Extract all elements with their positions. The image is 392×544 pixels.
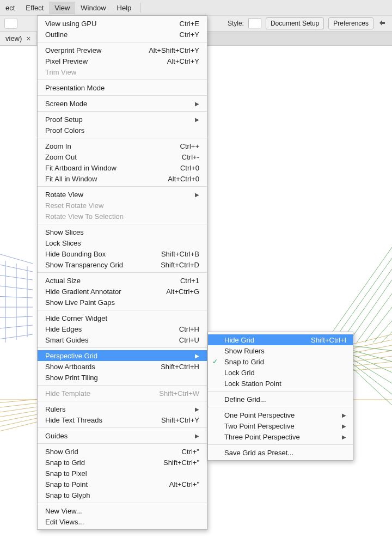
- menu-item-label: Guides: [45, 432, 68, 440]
- submenu-item-hide-grid[interactable]: Hide GridShift+Ctrl+I: [208, 334, 353, 345]
- menu-item-hide-gradient-annotator[interactable]: Hide Gradient AnnotatorAlt+Ctrl+G: [38, 286, 207, 297]
- menu-item-fit-artboard-in-window[interactable]: Fit Artboard in WindowCtrl+0: [38, 162, 207, 173]
- submenu-item-three-point-perspective[interactable]: Three Point Perspective▶: [208, 431, 353, 442]
- menu-item-hide-edges[interactable]: Hide EdgesCtrl+H: [38, 323, 207, 334]
- menu-item-proof-setup[interactable]: Proof Setup▶: [38, 114, 207, 125]
- menu-item-label: Hide Gradient Annotator: [45, 288, 121, 296]
- preferences-button[interactable]: Preferences: [328, 17, 373, 29]
- svg-line-9: [332, 258, 392, 343]
- style-swatch[interactable]: [248, 19, 261, 28]
- menu-item-label: Snap to Glyph: [45, 491, 90, 499]
- menu-item-label: Snap to Pixel: [45, 469, 87, 478]
- submenu-item-lock-station-point[interactable]: Lock Station Point: [208, 378, 353, 389]
- menu-select-cropped[interactable]: ect: [0, 2, 20, 14]
- document-tab[interactable]: view) ×: [0, 32, 37, 45]
- menu-item-reset-rotate-view: Reset Rotate View: [38, 200, 207, 211]
- menu-item-label: Show Transparency Grid: [45, 261, 123, 269]
- menu-item-shortcut: Ctrl+H: [179, 325, 199, 333]
- submenu-item-lock-grid[interactable]: Lock Grid: [208, 367, 353, 378]
- menu-item-shortcut: Shift+Ctrl+W: [159, 389, 199, 398]
- menu-item-snap-to-grid[interactable]: Snap to GridShift+Ctrl+": [38, 457, 207, 468]
- menu-item-edit-views[interactable]: Edit Views...: [38, 516, 207, 527]
- swatch-button[interactable]: [4, 18, 17, 29]
- menu-item-new-view[interactable]: New View...: [38, 505, 207, 516]
- menu-item-screen-mode[interactable]: Screen Mode▶: [38, 98, 207, 109]
- menu-item-label: Lock Slices: [45, 239, 81, 247]
- menu-item-show-artboards[interactable]: Show ArtboardsShift+Ctrl+H: [38, 361, 207, 372]
- close-icon[interactable]: ×: [26, 34, 30, 43]
- submenu-arrow-icon: ▶: [342, 434, 346, 440]
- menu-separator: [38, 111, 207, 112]
- menu-item-label: Perspective Grid: [45, 352, 97, 360]
- menu-separator: [38, 42, 207, 42]
- menu-item-label: Hide Text Threads: [45, 416, 102, 424]
- menu-item-shortcut: Ctrl+1: [180, 277, 199, 285]
- menu-item-show-grid[interactable]: Show GridCtrl+": [38, 446, 207, 457]
- menu-item-show-transparency-grid[interactable]: Show Transparency GridShift+Ctrl+D: [38, 259, 207, 270]
- menu-item-rotate-view[interactable]: Rotate View▶: [38, 189, 207, 200]
- menu-item-smart-guides[interactable]: Smart GuidesCtrl+U: [38, 334, 207, 345]
- menu-effect[interactable]: Effect: [20, 2, 49, 14]
- menu-item-snap-to-pixel[interactable]: Snap to Pixel: [38, 468, 207, 479]
- menu-item-show-print-tiling[interactable]: Show Print Tiling: [38, 372, 207, 383]
- menu-item-hide-corner-widget[interactable]: Hide Corner Widget: [38, 313, 207, 323]
- submenu-item-one-point-perspective[interactable]: One Point Perspective▶: [208, 409, 353, 420]
- submenu-item-snap-to-grid[interactable]: ✓Snap to Grid: [208, 356, 353, 367]
- menu-separator: [38, 503, 207, 503]
- pin-icon[interactable]: [378, 19, 388, 28]
- menu-item-guides[interactable]: Guides▶: [38, 430, 207, 441]
- menu-item-view-using-gpu[interactable]: View using GPUCtrl+E: [38, 18, 207, 29]
- menu-item-hide-template: Hide TemplateShift+Ctrl+W: [38, 388, 207, 399]
- menu-view[interactable]: View: [49, 2, 75, 14]
- perspective-grid-submenu: Hide GridShift+Ctrl+IShow Rulers✓Snap to…: [207, 332, 353, 461]
- menu-item-rotate-view-to-selection: Rotate View To Selection: [38, 211, 207, 222]
- menu-item-zoom-out[interactable]: Zoom OutCtrl+-: [38, 151, 207, 162]
- menu-item-label: Overprint Preview: [45, 46, 101, 54]
- menu-separator: [38, 443, 207, 444]
- menu-item-shortcut: Shift+Ctrl+D: [161, 261, 199, 269]
- submenu-item-define-grid[interactable]: Define Grid...: [208, 394, 353, 405]
- submenu-item-label: Snap to Grid: [224, 358, 264, 366]
- menu-item-shortcut: Ctrl+0: [180, 164, 199, 172]
- submenu-item-save-grid-as-preset[interactable]: Save Grid as Preset...: [208, 447, 353, 458]
- menu-item-shortcut: Alt+Ctrl+0: [168, 175, 199, 183]
- menu-item-label: Proof Setup: [45, 115, 83, 124]
- menu-item-label: Actual Size: [45, 277, 81, 285]
- menu-item-actual-size[interactable]: Actual SizeCtrl+1: [38, 275, 207, 286]
- menu-item-snap-to-point[interactable]: Snap to PointAlt+Ctrl+": [38, 479, 207, 490]
- menu-item-trim-view: Trim View: [38, 66, 207, 77]
- menu-item-zoom-in[interactable]: Zoom InCtrl++: [38, 140, 207, 151]
- menu-item-rulers[interactable]: Rulers▶: [38, 404, 207, 414]
- svg-line-14: [373, 321, 392, 343]
- menu-item-outline[interactable]: OutlineCtrl+Y: [38, 29, 207, 40]
- submenu-item-two-point-perspective[interactable]: Two Point Perspective▶: [208, 420, 353, 431]
- menu-item-perspective-grid[interactable]: Perspective Grid▶: [38, 350, 207, 361]
- menu-item-overprint-preview[interactable]: Overprint PreviewAlt+Shift+Ctrl+Y: [38, 45, 207, 56]
- menu-item-presentation-mode[interactable]: Presentation Mode: [38, 82, 207, 93]
- menu-item-show-live-paint-gaps[interactable]: Show Live Paint Gaps: [38, 297, 207, 308]
- submenu-arrow-icon: ▶: [342, 412, 346, 418]
- menu-item-label: Outline: [45, 30, 68, 39]
- menu-item-fit-all-in-window[interactable]: Fit All in WindowAlt+Ctrl+0: [38, 173, 207, 184]
- menu-item-snap-to-glyph[interactable]: Snap to Glyph: [38, 490, 207, 500]
- menu-help[interactable]: Help: [112, 2, 137, 14]
- menu-window[interactable]: Window: [75, 2, 111, 14]
- menu-item-hide-bounding-box[interactable]: Hide Bounding BoxShift+Ctrl+B: [38, 248, 207, 259]
- menu-item-shortcut: Ctrl+U: [179, 336, 199, 344]
- menu-item-show-slices[interactable]: Show Slices: [38, 227, 207, 237]
- menu-item-hide-text-threads[interactable]: Hide Text ThreadsShift+Ctrl+Y: [38, 414, 207, 425]
- menu-item-lock-slices[interactable]: Lock Slices: [38, 237, 207, 248]
- submenu-item-show-rulers[interactable]: Show Rulers: [208, 345, 353, 356]
- menu-item-label: Reset Rotate View: [45, 201, 103, 210]
- style-label: Style:: [228, 20, 244, 27]
- check-icon: ✓: [212, 358, 218, 365]
- document-setup-button[interactable]: Document Setup: [266, 17, 324, 29]
- menu-item-shortcut: Ctrl+": [182, 448, 199, 456]
- menu-item-pixel-preview[interactable]: Pixel PreviewAlt+Ctrl+Y: [38, 56, 207, 66]
- menu-separator: [208, 407, 353, 407]
- menu-item-label: Rotate View To Selection: [45, 212, 124, 221]
- submenu-arrow-icon: ▶: [195, 433, 199, 439]
- menu-item-proof-colors[interactable]: Proof Colors: [38, 125, 207, 136]
- menu-item-shortcut: Alt+Ctrl+": [169, 480, 199, 488]
- menu-item-label: Zoom Out: [45, 153, 77, 161]
